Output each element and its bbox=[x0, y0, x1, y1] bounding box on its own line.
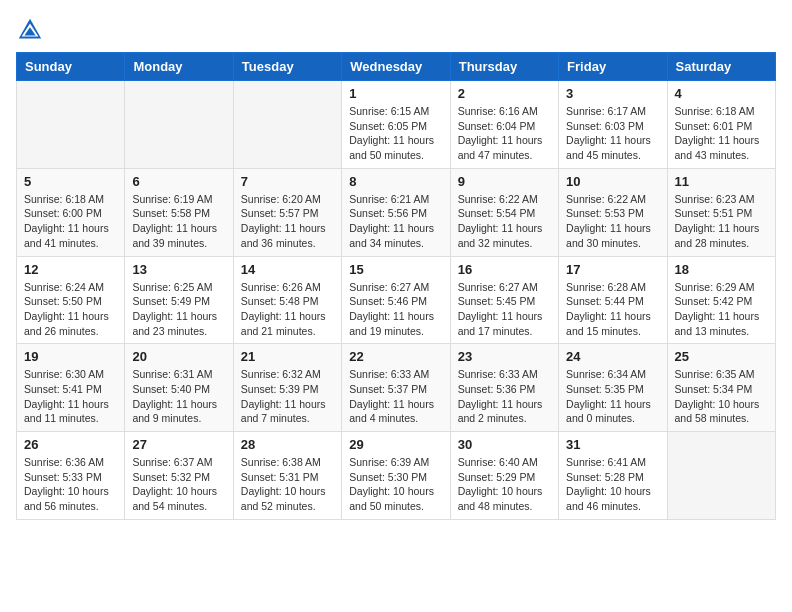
day-info: Sunrise: 6:35 AM Sunset: 5:34 PM Dayligh… bbox=[675, 367, 768, 426]
day-number: 31 bbox=[566, 437, 659, 452]
day-info: Sunrise: 6:33 AM Sunset: 5:37 PM Dayligh… bbox=[349, 367, 442, 426]
day-info: Sunrise: 6:39 AM Sunset: 5:30 PM Dayligh… bbox=[349, 455, 442, 514]
day-info: Sunrise: 6:28 AM Sunset: 5:44 PM Dayligh… bbox=[566, 280, 659, 339]
day-number: 13 bbox=[132, 262, 225, 277]
calendar-cell: 14Sunrise: 6:26 AM Sunset: 5:48 PM Dayli… bbox=[233, 256, 341, 344]
weekday-header-saturday: Saturday bbox=[667, 53, 775, 81]
calendar-cell: 20Sunrise: 6:31 AM Sunset: 5:40 PM Dayli… bbox=[125, 344, 233, 432]
calendar-cell: 23Sunrise: 6:33 AM Sunset: 5:36 PM Dayli… bbox=[450, 344, 558, 432]
calendar-week-row: 26Sunrise: 6:36 AM Sunset: 5:33 PM Dayli… bbox=[17, 432, 776, 520]
calendar-cell: 17Sunrise: 6:28 AM Sunset: 5:44 PM Dayli… bbox=[559, 256, 667, 344]
calendar-cell: 19Sunrise: 6:30 AM Sunset: 5:41 PM Dayli… bbox=[17, 344, 125, 432]
calendar-cell: 11Sunrise: 6:23 AM Sunset: 5:51 PM Dayli… bbox=[667, 168, 775, 256]
calendar-cell: 7Sunrise: 6:20 AM Sunset: 5:57 PM Daylig… bbox=[233, 168, 341, 256]
day-info: Sunrise: 6:16 AM Sunset: 6:04 PM Dayligh… bbox=[458, 104, 551, 163]
day-info: Sunrise: 6:26 AM Sunset: 5:48 PM Dayligh… bbox=[241, 280, 334, 339]
day-number: 23 bbox=[458, 349, 551, 364]
weekday-header-tuesday: Tuesday bbox=[233, 53, 341, 81]
day-number: 26 bbox=[24, 437, 117, 452]
day-number: 18 bbox=[675, 262, 768, 277]
day-number: 30 bbox=[458, 437, 551, 452]
weekday-header-wednesday: Wednesday bbox=[342, 53, 450, 81]
calendar-cell bbox=[125, 81, 233, 169]
day-info: Sunrise: 6:40 AM Sunset: 5:29 PM Dayligh… bbox=[458, 455, 551, 514]
calendar-cell: 28Sunrise: 6:38 AM Sunset: 5:31 PM Dayli… bbox=[233, 432, 341, 520]
day-info: Sunrise: 6:15 AM Sunset: 6:05 PM Dayligh… bbox=[349, 104, 442, 163]
calendar-cell: 21Sunrise: 6:32 AM Sunset: 5:39 PM Dayli… bbox=[233, 344, 341, 432]
calendar-cell: 1Sunrise: 6:15 AM Sunset: 6:05 PM Daylig… bbox=[342, 81, 450, 169]
logo bbox=[16, 16, 48, 44]
weekday-header-monday: Monday bbox=[125, 53, 233, 81]
calendar-cell bbox=[667, 432, 775, 520]
calendar-week-row: 12Sunrise: 6:24 AM Sunset: 5:50 PM Dayli… bbox=[17, 256, 776, 344]
calendar-cell: 22Sunrise: 6:33 AM Sunset: 5:37 PM Dayli… bbox=[342, 344, 450, 432]
weekday-header-sunday: Sunday bbox=[17, 53, 125, 81]
day-number: 20 bbox=[132, 349, 225, 364]
day-info: Sunrise: 6:32 AM Sunset: 5:39 PM Dayligh… bbox=[241, 367, 334, 426]
calendar-cell: 25Sunrise: 6:35 AM Sunset: 5:34 PM Dayli… bbox=[667, 344, 775, 432]
calendar-cell: 16Sunrise: 6:27 AM Sunset: 5:45 PM Dayli… bbox=[450, 256, 558, 344]
calendar-cell: 6Sunrise: 6:19 AM Sunset: 5:58 PM Daylig… bbox=[125, 168, 233, 256]
page-header bbox=[16, 16, 776, 44]
calendar-cell: 15Sunrise: 6:27 AM Sunset: 5:46 PM Dayli… bbox=[342, 256, 450, 344]
day-number: 12 bbox=[24, 262, 117, 277]
calendar-cell: 29Sunrise: 6:39 AM Sunset: 5:30 PM Dayli… bbox=[342, 432, 450, 520]
day-number: 3 bbox=[566, 86, 659, 101]
calendar-week-row: 1Sunrise: 6:15 AM Sunset: 6:05 PM Daylig… bbox=[17, 81, 776, 169]
calendar-table: SundayMondayTuesdayWednesdayThursdayFrid… bbox=[16, 52, 776, 520]
calendar-cell: 4Sunrise: 6:18 AM Sunset: 6:01 PM Daylig… bbox=[667, 81, 775, 169]
day-info: Sunrise: 6:36 AM Sunset: 5:33 PM Dayligh… bbox=[24, 455, 117, 514]
logo-icon bbox=[16, 16, 44, 44]
calendar-cell: 30Sunrise: 6:40 AM Sunset: 5:29 PM Dayli… bbox=[450, 432, 558, 520]
day-info: Sunrise: 6:20 AM Sunset: 5:57 PM Dayligh… bbox=[241, 192, 334, 251]
calendar-cell: 8Sunrise: 6:21 AM Sunset: 5:56 PM Daylig… bbox=[342, 168, 450, 256]
weekday-header-thursday: Thursday bbox=[450, 53, 558, 81]
calendar-cell: 13Sunrise: 6:25 AM Sunset: 5:49 PM Dayli… bbox=[125, 256, 233, 344]
calendar-cell bbox=[17, 81, 125, 169]
calendar-cell: 26Sunrise: 6:36 AM Sunset: 5:33 PM Dayli… bbox=[17, 432, 125, 520]
calendar-cell: 18Sunrise: 6:29 AM Sunset: 5:42 PM Dayli… bbox=[667, 256, 775, 344]
day-number: 25 bbox=[675, 349, 768, 364]
day-number: 14 bbox=[241, 262, 334, 277]
day-number: 29 bbox=[349, 437, 442, 452]
day-number: 9 bbox=[458, 174, 551, 189]
day-number: 15 bbox=[349, 262, 442, 277]
calendar-cell: 10Sunrise: 6:22 AM Sunset: 5:53 PM Dayli… bbox=[559, 168, 667, 256]
day-info: Sunrise: 6:34 AM Sunset: 5:35 PM Dayligh… bbox=[566, 367, 659, 426]
day-number: 1 bbox=[349, 86, 442, 101]
day-number: 2 bbox=[458, 86, 551, 101]
day-info: Sunrise: 6:18 AM Sunset: 6:00 PM Dayligh… bbox=[24, 192, 117, 251]
day-number: 6 bbox=[132, 174, 225, 189]
day-number: 5 bbox=[24, 174, 117, 189]
calendar-cell: 5Sunrise: 6:18 AM Sunset: 6:00 PM Daylig… bbox=[17, 168, 125, 256]
day-number: 28 bbox=[241, 437, 334, 452]
day-info: Sunrise: 6:41 AM Sunset: 5:28 PM Dayligh… bbox=[566, 455, 659, 514]
weekday-header-row: SundayMondayTuesdayWednesdayThursdayFrid… bbox=[17, 53, 776, 81]
day-number: 8 bbox=[349, 174, 442, 189]
day-number: 22 bbox=[349, 349, 442, 364]
day-info: Sunrise: 6:22 AM Sunset: 5:53 PM Dayligh… bbox=[566, 192, 659, 251]
calendar-cell: 12Sunrise: 6:24 AM Sunset: 5:50 PM Dayli… bbox=[17, 256, 125, 344]
weekday-header-friday: Friday bbox=[559, 53, 667, 81]
day-info: Sunrise: 6:27 AM Sunset: 5:46 PM Dayligh… bbox=[349, 280, 442, 339]
day-number: 11 bbox=[675, 174, 768, 189]
calendar-week-row: 5Sunrise: 6:18 AM Sunset: 6:00 PM Daylig… bbox=[17, 168, 776, 256]
day-info: Sunrise: 6:31 AM Sunset: 5:40 PM Dayligh… bbox=[132, 367, 225, 426]
calendar-week-row: 19Sunrise: 6:30 AM Sunset: 5:41 PM Dayli… bbox=[17, 344, 776, 432]
day-info: Sunrise: 6:19 AM Sunset: 5:58 PM Dayligh… bbox=[132, 192, 225, 251]
day-info: Sunrise: 6:33 AM Sunset: 5:36 PM Dayligh… bbox=[458, 367, 551, 426]
day-info: Sunrise: 6:18 AM Sunset: 6:01 PM Dayligh… bbox=[675, 104, 768, 163]
day-info: Sunrise: 6:38 AM Sunset: 5:31 PM Dayligh… bbox=[241, 455, 334, 514]
day-info: Sunrise: 6:30 AM Sunset: 5:41 PM Dayligh… bbox=[24, 367, 117, 426]
calendar-cell: 24Sunrise: 6:34 AM Sunset: 5:35 PM Dayli… bbox=[559, 344, 667, 432]
calendar-cell: 9Sunrise: 6:22 AM Sunset: 5:54 PM Daylig… bbox=[450, 168, 558, 256]
day-info: Sunrise: 6:21 AM Sunset: 5:56 PM Dayligh… bbox=[349, 192, 442, 251]
day-number: 10 bbox=[566, 174, 659, 189]
day-info: Sunrise: 6:23 AM Sunset: 5:51 PM Dayligh… bbox=[675, 192, 768, 251]
day-number: 4 bbox=[675, 86, 768, 101]
day-info: Sunrise: 6:27 AM Sunset: 5:45 PM Dayligh… bbox=[458, 280, 551, 339]
day-number: 27 bbox=[132, 437, 225, 452]
day-info: Sunrise: 6:25 AM Sunset: 5:49 PM Dayligh… bbox=[132, 280, 225, 339]
day-number: 16 bbox=[458, 262, 551, 277]
calendar-cell: 3Sunrise: 6:17 AM Sunset: 6:03 PM Daylig… bbox=[559, 81, 667, 169]
